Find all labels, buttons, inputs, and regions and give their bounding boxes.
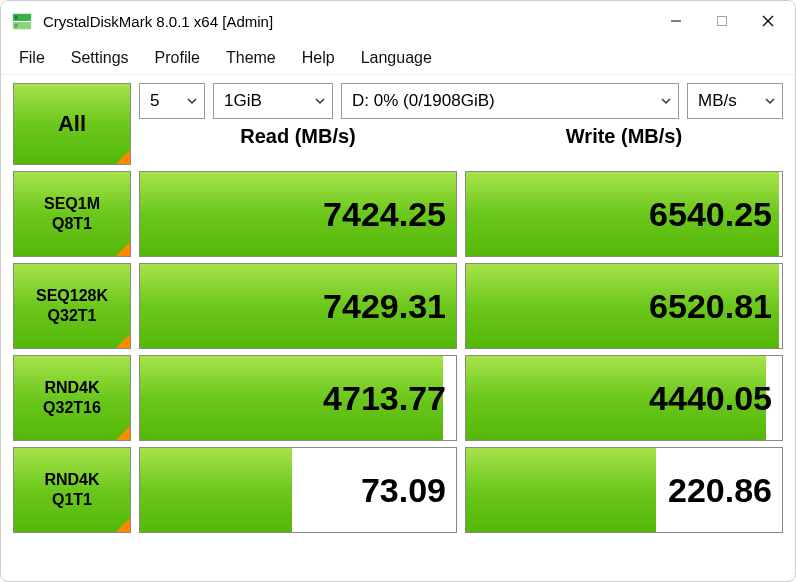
write-cell: 6520.81 — [465, 263, 783, 349]
row-label-line1: RND4K — [44, 470, 99, 490]
read-bar — [140, 448, 292, 532]
menu-language[interactable]: Language — [349, 45, 444, 71]
svg-rect-2 — [15, 16, 18, 20]
run-test-button[interactable]: SEQ128KQ32T1 — [13, 263, 131, 349]
menubar: File Settings Profile Theme Help Languag… — [1, 41, 795, 75]
write-value: 4440.05 — [649, 379, 772, 418]
menu-file[interactable]: File — [7, 45, 57, 71]
chevron-down-icon — [314, 95, 326, 107]
write-cell: 6540.25 — [465, 171, 783, 257]
read-cell: 4713.77 — [139, 355, 457, 441]
result-row: RND4KQ32T164713.774440.05 — [13, 355, 783, 441]
app-window: CrystalDiskMark 8.0.1 x64 [Admin] File S… — [0, 0, 796, 582]
result-row: SEQ1MQ8T17424.256540.25 — [13, 171, 783, 257]
titlebar: CrystalDiskMark 8.0.1 x64 [Admin] — [1, 1, 795, 41]
close-button[interactable] — [745, 1, 791, 41]
row-label-line2: Q8T1 — [52, 214, 92, 234]
row-label-line1: RND4K — [44, 378, 99, 398]
run-all-label: All — [58, 111, 86, 137]
window-title: CrystalDiskMark 8.0.1 x64 [Admin] — [43, 13, 273, 30]
read-header: Read (MB/s) — [139, 125, 457, 148]
write-value: 6540.25 — [649, 195, 772, 234]
runs-select[interactable]: 5 — [139, 83, 205, 119]
chevron-down-icon — [660, 95, 672, 107]
row-label-line1: SEQ1M — [44, 194, 100, 214]
svg-rect-3 — [15, 24, 18, 28]
run-test-button[interactable]: SEQ1MQ8T1 — [13, 171, 131, 257]
svg-rect-5 — [718, 17, 727, 26]
menu-theme[interactable]: Theme — [214, 45, 288, 71]
row-label-line1: SEQ128K — [36, 286, 108, 306]
unit-value: MB/s — [698, 91, 737, 111]
result-row: RND4KQ1T173.09220.86 — [13, 447, 783, 533]
read-cell: 73.09 — [139, 447, 457, 533]
result-row: SEQ128KQ32T17429.316520.81 — [13, 263, 783, 349]
read-cell: 7424.25 — [139, 171, 457, 257]
read-value: 4713.77 — [323, 379, 446, 418]
unit-select[interactable]: MB/s — [687, 83, 783, 119]
size-value: 1GiB — [224, 91, 262, 111]
chevron-down-icon — [186, 95, 198, 107]
run-test-button[interactable]: RND4KQ32T16 — [13, 355, 131, 441]
chevron-down-icon — [764, 95, 776, 107]
run-test-button[interactable]: RND4KQ1T1 — [13, 447, 131, 533]
write-cell: 4440.05 — [465, 355, 783, 441]
drive-value: D: 0% (0/1908GiB) — [352, 91, 495, 111]
write-cell: 220.86 — [465, 447, 783, 533]
drive-select[interactable]: D: 0% (0/1908GiB) — [341, 83, 679, 119]
write-value: 220.86 — [668, 471, 772, 510]
read-cell: 7429.31 — [139, 263, 457, 349]
write-bar — [466, 448, 656, 532]
row-label-line2: Q32T1 — [48, 306, 97, 326]
menu-profile[interactable]: Profile — [143, 45, 212, 71]
app-icon — [11, 10, 33, 32]
size-select[interactable]: 1GiB — [213, 83, 333, 119]
menu-help[interactable]: Help — [290, 45, 347, 71]
minimize-button[interactable] — [653, 1, 699, 41]
row-label-line2: Q1T1 — [52, 490, 92, 510]
read-value: 73.09 — [361, 471, 446, 510]
menu-settings[interactable]: Settings — [59, 45, 141, 71]
read-value: 7424.25 — [323, 195, 446, 234]
content-area: All 5 1GiB D: 0% (0/1908GiB) — [1, 75, 795, 581]
results-grid: SEQ1MQ8T17424.256540.25SEQ128KQ32T17429.… — [13, 171, 783, 569]
maximize-button[interactable] — [699, 1, 745, 41]
write-value: 6520.81 — [649, 287, 772, 326]
read-value: 7429.31 — [323, 287, 446, 326]
write-header: Write (MB/s) — [465, 125, 783, 148]
row-label-line2: Q32T16 — [43, 398, 101, 418]
runs-value: 5 — [150, 91, 159, 111]
run-all-button[interactable]: All — [13, 83, 131, 165]
